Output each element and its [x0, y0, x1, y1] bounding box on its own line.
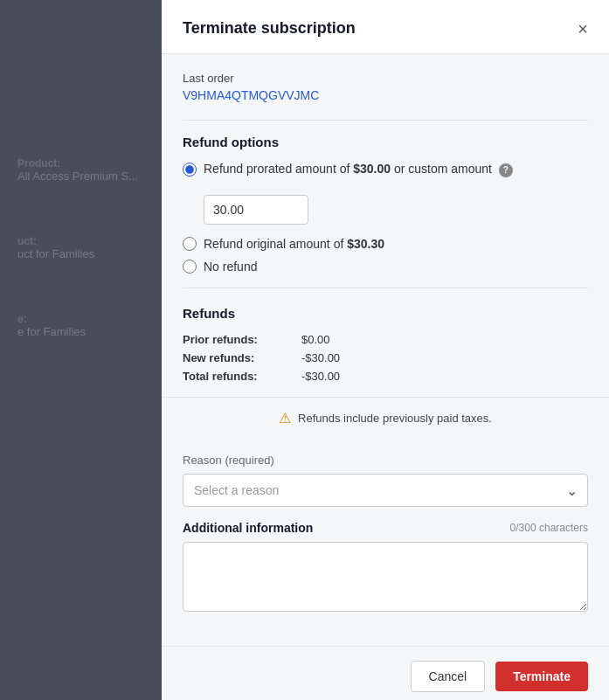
modal-title: Terminate subscription [183, 19, 356, 38]
original-label: Refund original amount of $30.30 [204, 237, 384, 251]
last-order-section: Last order V9HMA4QTMQGVVJMC [183, 72, 588, 102]
refund-radio-group: Refund prorated amount of $30.00 or cust… [183, 162, 588, 274]
custom-amount-container [204, 195, 588, 225]
divider-1 [183, 120, 588, 121]
terminate-button[interactable]: Terminate [495, 662, 588, 691]
refunds-title: Refunds [183, 306, 588, 321]
new-refunds-row: New refunds: -$30.00 [183, 351, 588, 364]
refund-options-title: Refund options [183, 135, 588, 149]
no-refund-radio[interactable] [183, 260, 197, 274]
total-refunds-row: Total refunds: -$30.00 [183, 370, 588, 383]
refunds-table: Prior refunds: $0.00 New refunds: -$30.0… [183, 333, 588, 383]
reason-required: (required) [225, 454, 273, 467]
total-refunds-key: Total refunds: [183, 370, 296, 383]
prorated-radio[interactable] [183, 163, 197, 177]
help-icon[interactable]: ? [499, 163, 513, 177]
prorated-label: Refund prorated amount of $30.00 or cust… [204, 162, 513, 177]
warning-text: Refunds include previously paid taxes. [298, 412, 492, 425]
terminate-subscription-modal: Terminate subscription × Last order V9HM… [162, 0, 609, 700]
refund-option-no-refund: No refund [183, 260, 588, 274]
new-refunds-key: New refunds: [183, 351, 296, 364]
prior-refunds-value: $0.00 [301, 333, 330, 346]
additional-info-section: Additional information 0/300 characters [183, 521, 588, 614]
no-refund-label: No refund [204, 260, 257, 274]
last-order-label: Last order [183, 72, 588, 85]
reason-section: Reason (required) Select a reason Custom… [183, 453, 588, 507]
reason-label-text: Reason [183, 454, 225, 467]
refund-option-prorated: Refund prorated amount of $30.00 or cust… [183, 162, 588, 177]
modal-header: Terminate subscription × [162, 0, 609, 54]
refund-option-original: Refund original amount of $30.30 [183, 237, 588, 251]
reason-select[interactable]: Select a reason Customer request Payment… [183, 474, 588, 507]
custom-amount-input[interactable] [204, 195, 308, 225]
warning-box: ⚠ Refunds include previously paid taxes. [162, 397, 609, 439]
modal-body: Last order V9HMA4QTMQGVVJMC Refund optio… [162, 54, 609, 632]
additional-info-textarea[interactable] [183, 542, 588, 612]
refunds-section: Refunds Prior refunds: $0.00 New refunds… [183, 306, 588, 383]
close-button[interactable]: × [578, 20, 588, 38]
total-refunds-value: -$30.00 [301, 370, 340, 383]
refund-options-section: Refund options Refund prorated amount of… [183, 135, 588, 274]
original-radio[interactable] [183, 237, 197, 251]
additional-info-label: Additional information [183, 521, 313, 535]
reason-select-wrapper: Select a reason Customer request Payment… [183, 474, 588, 507]
cancel-button[interactable]: Cancel [411, 661, 486, 692]
prior-refunds-row: Prior refunds: $0.00 [183, 333, 588, 346]
modal-footer: Cancel Terminate [162, 646, 609, 701]
reason-label: Reason (required) [183, 453, 588, 467]
divider-2 [183, 288, 588, 288]
warning-icon: ⚠ [279, 410, 291, 426]
char-count: 0/300 characters [510, 522, 588, 534]
new-refunds-value: -$30.00 [301, 351, 340, 364]
prior-refunds-key: Prior refunds: [183, 333, 296, 346]
additional-info-header: Additional information 0/300 characters [183, 521, 588, 535]
order-id-link[interactable]: V9HMA4QTMQGVVJMC [183, 88, 319, 102]
